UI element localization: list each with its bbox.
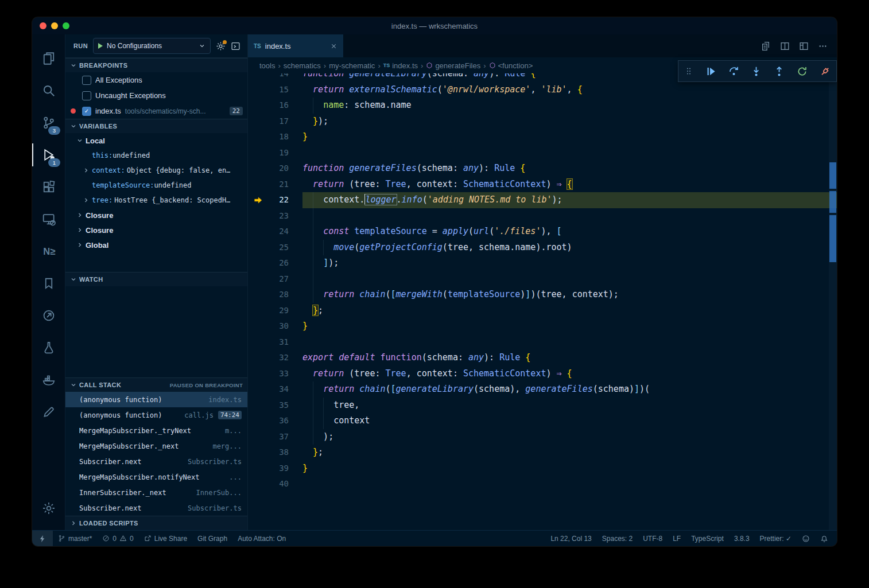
sidebar-item-nx-console[interactable]: N≥: [32, 235, 65, 267]
call-stack-section-header[interactable]: CALL STACK PAUSED ON BREAKPOINT: [65, 377, 247, 392]
zoom-window-button[interactable]: [63, 22, 69, 29]
step-into-button[interactable]: [751, 66, 762, 77]
line-number[interactable]: 40: [266, 476, 302, 492]
gutter-glyph-margin[interactable]: [251, 445, 266, 461]
indentation-status[interactable]: Spaces: 2: [597, 531, 638, 546]
code-line[interactable]: 29 };: [248, 303, 837, 319]
disconnect-button[interactable]: [820, 66, 831, 77]
debug-settings-button[interactable]: [216, 41, 226, 51]
line-number[interactable]: 31: [266, 334, 302, 351]
gutter-glyph-margin[interactable]: [251, 177, 266, 193]
gutter-glyph-margin[interactable]: [251, 318, 266, 334]
git-graph-status[interactable]: Git Graph: [192, 531, 232, 546]
gutter-glyph-margin[interactable]: [251, 476, 266, 492]
gutter-glyph-margin[interactable]: [251, 350, 266, 366]
line-number[interactable]: 29: [266, 303, 302, 319]
line-number[interactable]: 24: [266, 224, 302, 240]
code-line[interactable]: 21 return (tree: Tree, context: Schemati…: [248, 177, 837, 193]
split-editor-icon[interactable]: [780, 41, 790, 51]
sidebar-item-remote-explorer[interactable]: [32, 203, 65, 235]
line-number[interactable]: 18: [266, 129, 302, 145]
gutter-glyph-margin[interactable]: [251, 145, 266, 161]
code-line[interactable]: 35 tree,: [248, 398, 837, 414]
line-number[interactable]: 33: [266, 366, 302, 382]
problems-status[interactable]: 0 0: [97, 531, 138, 546]
breadcrumb-item-my-schematic[interactable]: my-schematic: [329, 61, 375, 70]
encoding-status[interactable]: UTF-8: [638, 531, 668, 546]
gutter-glyph-margin[interactable]: [251, 303, 266, 319]
code-line[interactable]: 20function generateFiles(schema: any): R…: [248, 161, 837, 177]
variables-scope-closure[interactable]: Closure: [65, 208, 247, 223]
line-number[interactable]: 37: [266, 429, 302, 445]
line-number[interactable]: 19: [266, 145, 302, 161]
feedback-button[interactable]: [797, 531, 815, 546]
breakpoints-section-header[interactable]: BREAKPOINTS: [65, 58, 247, 72]
line-number[interactable]: 23: [266, 208, 302, 224]
variable-item[interactable]: context: Object {debug: false, en…: [65, 163, 247, 178]
code-line[interactable]: 25 move(getProjectConfig(tree, schema.na…: [248, 240, 837, 256]
line-number[interactable]: 30: [266, 318, 302, 334]
gutter-glyph-margin[interactable]: [251, 271, 266, 287]
code-line[interactable]: 28 return chain([mergeWith(templateSourc…: [248, 287, 837, 303]
gutter-glyph-margin[interactable]: [251, 381, 266, 398]
line-number[interactable]: 28: [266, 287, 302, 303]
language-mode-status[interactable]: TypeScript: [686, 531, 729, 546]
more-actions-icon[interactable]: [818, 41, 828, 51]
breadcrumb-item-tools[interactable]: tools: [259, 61, 275, 70]
breadcrumb-item-schematics[interactable]: schematics: [284, 61, 321, 70]
call-stack-frame[interactable]: MergeMapSubscriber._tryNextm...: [65, 423, 247, 438]
call-stack-frame[interactable]: MergeMapSubscriber.notifyNext...: [65, 469, 247, 485]
call-stack-frame[interactable]: Subscriber.nextSubscriber.ts: [65, 454, 247, 469]
gutter-glyph-margin[interactable]: [251, 413, 266, 429]
code-line[interactable]: 18}: [248, 129, 837, 145]
line-number[interactable]: 36: [266, 413, 302, 429]
sidebar-item-docker[interactable]: [32, 364, 65, 396]
code-line[interactable]: 33 return (tree: Tree, context: Schemati…: [248, 366, 837, 382]
close-tab-icon[interactable]: [330, 42, 337, 50]
line-number[interactable]: 22: [266, 192, 302, 208]
code-line[interactable]: 17 });: [248, 114, 837, 130]
code-line[interactable]: 15 return externalSchematic('@nrwl/works…: [248, 82, 837, 98]
code-line[interactable]: 30}: [248, 318, 837, 334]
editor-layout-icon[interactable]: [799, 41, 809, 51]
code-line[interactable]: 19: [248, 145, 837, 161]
code-line[interactable]: 27: [248, 271, 837, 287]
minimize-window-button[interactable]: [51, 22, 58, 29]
variables-scope-closure[interactable]: Closure: [65, 223, 247, 237]
code-line[interactable]: 16 name: schema.name: [248, 98, 837, 114]
cursor-position-status[interactable]: Ln 22, Col 13: [545, 531, 596, 546]
call-stack-frame[interactable]: Subscriber.nextSubscriber.ts: [65, 500, 247, 516]
overview-ruler[interactable]: [829, 73, 837, 530]
gutter-glyph-margin[interactable]: [251, 82, 266, 98]
call-stack-frame[interactable]: (anonymous function)call.js74:24: [65, 407, 247, 423]
gutter-glyph-margin[interactable]: [251, 73, 266, 82]
sidebar-item-search[interactable]: [32, 75, 65, 107]
variable-item[interactable]: templateSource: undefined: [65, 178, 247, 193]
line-number[interactable]: 39: [266, 461, 302, 477]
variable-item[interactable]: tree: HostTree {_backend: ScopedH…: [65, 193, 247, 208]
code-line[interactable]: 34 return chain([generateLibrary(schema)…: [248, 381, 837, 398]
auto-attach-status[interactable]: Auto Attach: On: [232, 531, 291, 546]
loaded-scripts-section-header[interactable]: LOADED SCRIPTS: [65, 516, 247, 530]
git-branch-status[interactable]: master*: [53, 531, 97, 546]
sidebar-item-bookmarks[interactable]: [32, 267, 65, 299]
sidebar-item-test-explorer[interactable]: [32, 332, 65, 364]
gutter-glyph-margin[interactable]: [251, 224, 266, 240]
line-number[interactable]: 35: [266, 398, 302, 414]
code-line[interactable]: 31: [248, 334, 837, 351]
continue-button[interactable]: [705, 66, 716, 77]
breakpoint-item[interactable]: ✓index.tstools/schematics/my-sch...22: [65, 103, 247, 119]
gutter-glyph-margin[interactable]: [251, 398, 266, 414]
gutter-glyph-margin[interactable]: [251, 114, 266, 130]
breakpoint-checkbox[interactable]: [82, 91, 91, 100]
code-line[interactable]: 32export default function(schema: any): …: [248, 350, 837, 366]
gutter-glyph-margin[interactable]: [251, 192, 266, 208]
code-line[interactable]: 26 ]);: [248, 255, 837, 271]
gutter-glyph-margin[interactable]: [251, 98, 266, 114]
code-line[interactable]: 38 };: [248, 445, 837, 461]
sidebar-item-run-debug[interactable]: 1: [32, 139, 65, 171]
breakpoint-item[interactable]: Uncaught Exceptions: [65, 88, 247, 103]
code-line[interactable]: 40: [248, 476, 837, 492]
code-line[interactable]: 36 context: [248, 413, 837, 429]
code-editor[interactable]: 14function generateLibrary(schema: any):…: [248, 73, 837, 530]
